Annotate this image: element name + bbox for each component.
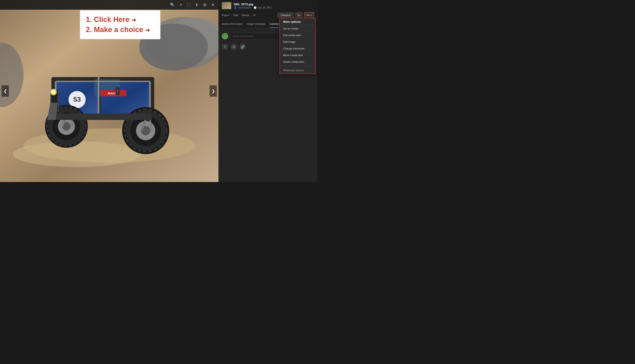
- dropdown-item-change-thumbnail[interactable]: Change thumbnail: [280, 45, 315, 52]
- facebook-share-button[interactable]: f: [222, 44, 228, 50]
- image-area: 🔍 ↗ ⛶ ⬇ ⊞ ✕: [0, 0, 219, 182]
- collapse-sidebar-button[interactable]: ❯: [116, 87, 120, 95]
- dropdown-item-edit-media-item[interactable]: Edit media item: [280, 32, 315, 38]
- sidebar-header: IMG_0572.jpg 👤 SurfinSnow · 🕐 Jun 19, 20…: [219, 0, 317, 20]
- zoom-in-icon: 🔍: [170, 2, 175, 7]
- user-icon: 👤: [234, 6, 237, 9]
- dropdown-header: More options: [280, 18, 315, 25]
- close-icon: ✕: [211, 2, 215, 7]
- more-options-icon: •••: [307, 14, 310, 17]
- post-date: Jun 19, 2021: [258, 6, 272, 9]
- download-icon: ⬇: [195, 2, 198, 7]
- next-button[interactable]: ❯: [210, 85, 217, 97]
- zoom-in-button[interactable]: 🔍: [169, 2, 176, 8]
- more-options-button[interactable]: ••• ▾: [304, 12, 314, 18]
- author-name[interactable]: SurfinSnow: [238, 6, 250, 9]
- annotation-arrow1: ➜: [132, 17, 136, 23]
- annotation-arrow2: ➜: [145, 27, 150, 33]
- tab-image-metadata[interactable]: Image metadata: [247, 20, 266, 28]
- chevron-down-icon: ▾: [311, 14, 312, 16]
- link-share-button[interactable]: 🔗: [239, 44, 246, 50]
- svg-rect-36: [56, 114, 152, 120]
- svg-point-7: [13, 141, 141, 167]
- ip-button[interactable]: IP: [253, 14, 256, 17]
- chevron-right-icon: ❯: [117, 90, 119, 92]
- external-link-icon: ↗: [179, 2, 182, 7]
- prev-button[interactable]: ❮: [2, 85, 9, 97]
- grid-button[interactable]: ⊞: [202, 2, 208, 8]
- bookmark-button[interactable]: 🔖: [295, 12, 302, 18]
- main-container: 🔍 ↗ ⛶ ⬇ ⊞ ✕: [0, 0, 317, 182]
- dropdown-item-moderator-actions[interactable]: Moderator actions: [280, 67, 315, 74]
- sidebar: IMG_0572.jpg 👤 SurfinSnow · 🕐 Jun 19, 20…: [219, 0, 317, 182]
- bookmark-icon: 🔖: [297, 14, 301, 17]
- link-icon: 🔗: [241, 45, 245, 49]
- user-avatar: [222, 33, 228, 39]
- more-options-dropdown: More options Set as avatar Edit media it…: [279, 18, 316, 74]
- facebook-icon: f: [225, 45, 226, 48]
- annotation-overlay: 1. Click Here ➜ 2. Make a choice ➜: [80, 10, 161, 39]
- fullscreen-icon: ⛶: [187, 3, 190, 7]
- annotation-text: 1. Click Here ➜ 2. Make a choice ➜: [86, 14, 155, 35]
- dropdown-item-edit-image[interactable]: Edit image: [280, 38, 315, 45]
- email-share-button[interactable]: ✉: [231, 44, 237, 50]
- svg-text:53: 53: [73, 96, 81, 103]
- report-button[interactable]: Report: [222, 14, 230, 17]
- svg-point-40: [51, 90, 56, 94]
- tab-media-information[interactable]: Media information: [222, 20, 243, 28]
- edit-button[interactable]: Edit: [233, 14, 238, 17]
- media-filename: IMG_0572.jpg: [234, 2, 314, 6]
- dropdown-item-move-media-item[interactable]: Move media item: [280, 52, 315, 58]
- media-meta: 👤 SurfinSnow · 🕐 Jun 19, 2021: [234, 6, 314, 9]
- sep2: |: [240, 14, 240, 16]
- email-icon: ✉: [233, 45, 235, 49]
- clock-icon: 🕐: [254, 6, 257, 9]
- download-button[interactable]: ⬇: [193, 2, 200, 8]
- grid-icon: ⊞: [203, 2, 206, 7]
- next-arrow-icon: ❯: [212, 88, 215, 94]
- fullscreen-button[interactable]: ⛶: [185, 2, 192, 8]
- annotation-line2: 2. Make a choice ➜: [86, 24, 155, 35]
- unwatch-button[interactable]: Unwatch: [278, 12, 294, 18]
- prev-arrow-icon: ❮: [4, 88, 7, 94]
- sep1: |: [231, 14, 232, 16]
- dropdown-item-delete-media-item[interactable]: Delete media item: [280, 58, 315, 65]
- annotation-line1: 1. Click Here ➜: [86, 14, 155, 24]
- media-title-row: IMG_0572.jpg 👤 SurfinSnow · 🕐 Jun 19, 20…: [222, 2, 314, 9]
- comment-placeholder: Write a comment...: [233, 35, 255, 38]
- delete-button[interactable]: Delete: [242, 14, 250, 17]
- photo-credit: AndresCabrejas: [3, 178, 18, 180]
- dot-separator: ·: [252, 6, 252, 9]
- annotation-box: 1. Click Here ➜ 2. Make a choice ➜: [80, 10, 161, 39]
- close-button[interactable]: ✕: [210, 2, 216, 8]
- media-thumbnail: [222, 2, 231, 9]
- image-toolbar: 🔍 ↗ ⛶ ⬇ ⊞ ✕: [0, 0, 219, 10]
- media-info: IMG_0572.jpg 👤 SurfinSnow · 🕐 Jun 19, 20…: [234, 2, 314, 9]
- open-external-button[interactable]: ↗: [177, 2, 184, 8]
- sep3: |: [251, 14, 252, 16]
- dropdown-divider: [280, 66, 315, 66]
- dropdown-item-set-avatar[interactable]: Set as avatar: [280, 25, 315, 32]
